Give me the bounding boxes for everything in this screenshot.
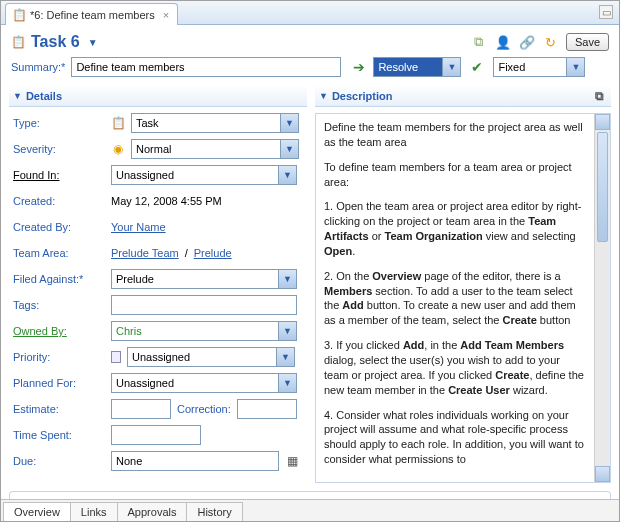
maximize-section-icon[interactable]: ⧉ [591,88,607,104]
severity-value: Normal [132,140,280,158]
summary-row: Summary:* ➔ Resolve ▼ ✔ Fixed ▼ [1,57,619,85]
estimate-label: Estimate: [13,399,103,419]
chevron-down-icon[interactable]: ▼ [278,166,296,184]
tags-input[interactable] [111,295,297,315]
severity-label: Severity: [13,139,103,159]
chevron-down-icon[interactable]: ▼ [280,140,298,158]
task-icon: 📋 [11,35,25,49]
assign-icon[interactable]: 👤 [494,33,512,51]
correction-input[interactable] [237,399,297,419]
owned-by-combo[interactable]: Chris ▼ [111,321,297,341]
details-title: Details [26,90,62,102]
type-value: Task [132,114,280,132]
footer-tab-history[interactable]: History [186,502,242,521]
footer-tab-overview[interactable]: Overview [3,502,71,521]
resolved-check-icon: ✔ [471,59,483,75]
priority-icon [111,351,121,363]
created-by-label: Created By: [13,217,103,237]
workflow-action-value: Resolve [374,61,442,73]
team-area-link-1[interactable]: Prelude Team [111,247,179,259]
owned-by-value: Chris [112,322,278,340]
filed-against-value: Prelude [112,270,278,288]
found-in-value: Unassigned [112,166,278,184]
severity-icon: ◉ [111,142,125,156]
description-text[interactable]: Define the team members for the project … [316,114,594,482]
chevron-down-icon[interactable]: ▼ [278,322,296,340]
description-title: Description [332,90,393,102]
chevron-down-icon[interactable]: ▼ [566,58,584,76]
editor-tab[interactable]: 📋 *6: Define team members × [5,3,178,25]
twisty-icon[interactable]: ▼ [319,91,328,101]
description-scrollbar[interactable] [594,114,610,482]
task-type-icon: 📋 [111,116,125,130]
restore-icon[interactable]: ▭ [599,5,613,19]
found-in-combo[interactable]: Unassigned ▼ [111,165,297,185]
estimate-input[interactable] [111,399,171,419]
save-button[interactable]: Save [566,33,609,51]
summary-label: Summary:* [11,61,65,73]
created-value: May 12, 2008 4:55 PM [111,195,222,207]
editor-header: 📋 Task 6 ▼ ⧉ 👤 🔗 ↻ Save [1,25,619,57]
priority-value: Unassigned [128,348,276,366]
planned-for-label: Planned For: [13,373,103,393]
time-spent-input[interactable] [111,425,201,445]
planned-for-value: Unassigned [112,374,278,392]
task-icon: 📋 [12,8,26,22]
planned-for-combo[interactable]: Unassigned ▼ [111,373,297,393]
footer-tab-approvals[interactable]: Approvals [117,502,188,521]
calendar-icon[interactable]: ▦ [285,454,299,468]
tags-label: Tags: [13,295,103,315]
workflow-action-combo[interactable]: Resolve ▼ [373,57,461,77]
footer-tab-links[interactable]: Links [70,502,118,521]
severity-combo[interactable]: Normal ▼ [131,139,299,159]
due-input[interactable] [111,451,279,471]
refresh-icon[interactable]: ↻ [542,33,560,51]
chevron-down-icon[interactable]: ▼ [280,114,298,132]
summary-input[interactable] [71,57,341,77]
action-arrow-icon: ➔ [353,59,365,75]
chevron-down-icon[interactable]: ▼ [276,348,294,366]
priority-label: Priority: [13,347,103,367]
footer-tabs: Overview Links Approvals History [1,499,619,521]
type-combo[interactable]: Task ▼ [131,113,299,133]
page-title: Task 6 [31,33,80,51]
created-label: Created: [13,191,103,211]
link-icon[interactable]: 🔗 [518,33,536,51]
sub-section-placeholder [9,491,611,499]
description-box: Define the team members for the project … [315,113,611,483]
copy-id-icon[interactable]: ⧉ [470,33,488,51]
editor-tab-label: *6: Define team members [30,9,155,21]
filed-against-label: Filed Against:* [13,269,103,289]
time-spent-label: Time Spent: [13,425,103,445]
team-area-sep: / [185,247,188,259]
owned-by-label[interactable]: Owned By: [13,321,103,341]
due-label: Due: [13,451,103,471]
created-by-link[interactable]: Your Name [111,221,166,233]
filed-against-combo[interactable]: Prelude ▼ [111,269,297,289]
close-tab-icon[interactable]: × [163,9,169,21]
type-label: Type: [13,113,103,133]
chevron-down-icon[interactable]: ▼ [278,374,296,392]
found-in-label[interactable]: Found In: [13,165,103,185]
scrollbar-thumb[interactable] [597,132,608,242]
chevron-down-icon[interactable]: ▼ [442,58,460,76]
details-form: Type: 📋 Task ▼ Severity: ◉ Normal ▼ [9,113,307,471]
title-menu-caret-icon[interactable]: ▼ [88,37,98,48]
twisty-icon[interactable]: ▼ [13,91,22,101]
editor-tabstrip: 📋 *6: Define team members × ▭ [1,1,619,25]
description-section-header[interactable]: ▼ Description ⧉ [315,85,611,107]
priority-combo[interactable]: Unassigned ▼ [127,347,295,367]
team-area-link-2[interactable]: Prelude [194,247,232,259]
resolution-value: Fixed [494,61,566,73]
details-section-header[interactable]: ▼ Details [9,85,307,107]
correction-label: Correction: [177,403,231,415]
chevron-down-icon[interactable]: ▼ [278,270,296,288]
team-area-label: Team Area: [13,243,103,263]
resolution-combo[interactable]: Fixed ▼ [493,57,585,77]
